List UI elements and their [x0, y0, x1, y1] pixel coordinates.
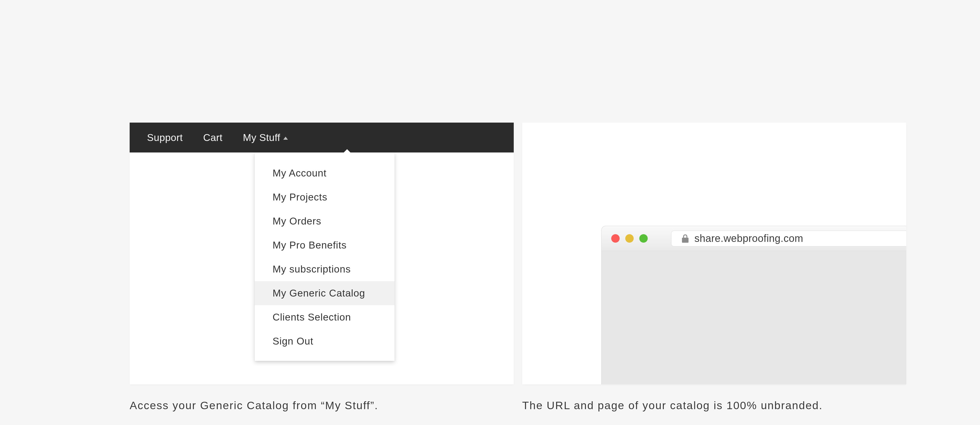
dropdown-pointer-icon	[342, 149, 352, 154]
dropdown-item-clients-selection[interactable]: Clients Selection	[255, 305, 395, 329]
browser-window: share.webproofing.com	[601, 226, 906, 384]
browser-content-area	[601, 251, 906, 384]
dropdown-item-my-account[interactable]: My Account	[255, 161, 395, 185]
nav-item-label: Support	[147, 123, 183, 152]
nav-item-label: Cart	[203, 123, 223, 152]
dropdown-item-sign-out[interactable]: Sign Out	[255, 329, 395, 353]
caption-left: Access your Generic Catalog from “My Stu…	[130, 399, 378, 412]
dropdown-item-my-pro-benefits[interactable]: My Pro Benefits	[255, 233, 395, 257]
caret-up-icon	[283, 137, 288, 140]
browser-url-bar[interactable]: share.webproofing.com	[671, 231, 906, 246]
dropdown-item-my-orders[interactable]: My Orders	[255, 209, 395, 233]
browser-titlebar: share.webproofing.com	[601, 226, 906, 251]
nav-item-label: My Stuff	[243, 123, 280, 152]
nav-item-support[interactable]: Support	[130, 123, 193, 152]
lock-icon	[682, 234, 689, 243]
dropdown-item-my-generic-catalog[interactable]: My Generic Catalog	[255, 281, 395, 305]
browser-url-text: share.webproofing.com	[694, 233, 803, 244]
nav-item-my-stuff[interactable]: My Stuff	[233, 123, 298, 152]
nav-item-cart[interactable]: Cart	[193, 123, 233, 152]
dropdown-item-my-subscriptions[interactable]: My subscriptions	[255, 257, 395, 281]
window-zoom-icon[interactable]	[639, 234, 648, 243]
caption-right: The URL and page of your catalog is 100%…	[522, 399, 823, 412]
dropdown-item-my-projects[interactable]: My Projects	[255, 185, 395, 209]
window-close-icon[interactable]	[611, 234, 620, 243]
screenshot-panel-left: Support Cart My Stuff My Account My Proj…	[130, 123, 514, 384]
my-stuff-dropdown: My Account My Projects My Orders My Pro …	[255, 152, 395, 361]
window-minimize-icon[interactable]	[625, 234, 634, 243]
screenshot-panel-right: share.webproofing.com	[522, 123, 906, 384]
navbar: Support Cart My Stuff	[130, 123, 514, 152]
